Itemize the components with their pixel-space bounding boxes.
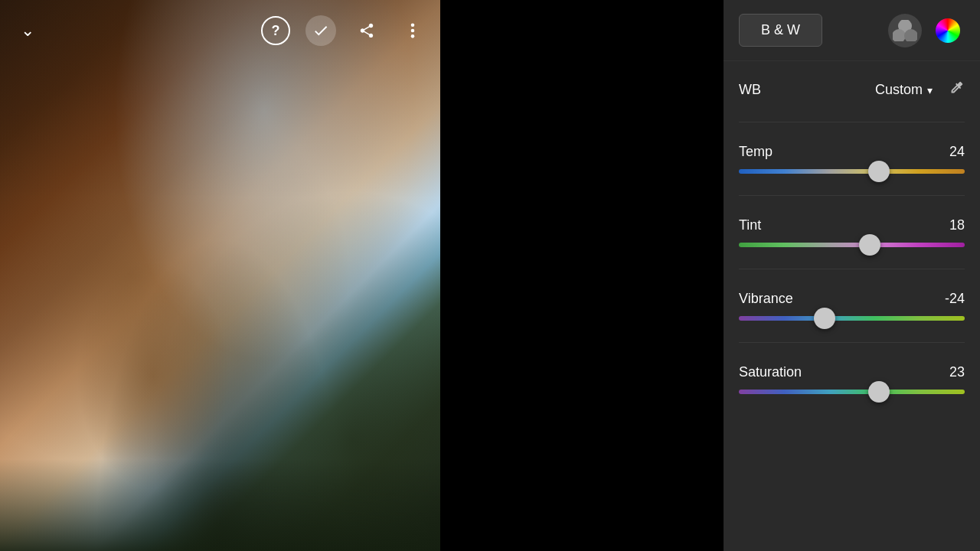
temp-slider-thumb[interactable] bbox=[868, 161, 890, 182]
color-wheel-button[interactable] bbox=[931, 14, 965, 47]
help-button[interactable]: ? bbox=[261, 16, 290, 45]
svg-point-2 bbox=[411, 34, 415, 38]
divider-1 bbox=[739, 122, 965, 122]
color-wheel-icon bbox=[936, 18, 960, 43]
vibrance-label: Vibrance bbox=[739, 291, 793, 307]
tint-section: Tint 18 bbox=[739, 217, 965, 247]
confirm-button[interactable] bbox=[305, 15, 336, 46]
tint-label: Tint bbox=[739, 217, 761, 233]
svg-point-0 bbox=[411, 23, 415, 27]
temp-label: Temp bbox=[739, 144, 773, 160]
controls-panel: B & W WB Custom ▾ bbox=[724, 0, 980, 551]
photo-background: ⌄ ? bbox=[0, 0, 440, 551]
vibrance-section: Vibrance -24 bbox=[739, 291, 965, 321]
vibrance-header: Vibrance -24 bbox=[739, 291, 965, 307]
temp-value: 24 bbox=[949, 144, 965, 160]
share-button[interactable] bbox=[351, 15, 382, 46]
svg-point-1 bbox=[411, 29, 415, 33]
tint-slider-thumb[interactable] bbox=[859, 234, 880, 256]
saturation-section: Saturation 23 bbox=[739, 364, 965, 394]
back-chevron-button[interactable]: ⌄ bbox=[12, 15, 43, 46]
tint-slider-track[interactable] bbox=[739, 243, 965, 247]
tint-header: Tint 18 bbox=[739, 217, 965, 233]
chevron-down-icon: ▾ bbox=[927, 84, 933, 96]
bw-button[interactable]: B & W bbox=[739, 14, 822, 47]
hsl-circles-button[interactable] bbox=[888, 14, 922, 47]
temp-section: Temp 24 bbox=[739, 144, 965, 174]
photo-image bbox=[0, 0, 440, 551]
eyedropper-button[interactable] bbox=[948, 80, 965, 100]
tint-value: 18 bbox=[949, 217, 965, 233]
vibrance-slider-thumb[interactable] bbox=[814, 308, 835, 329]
wb-dropdown[interactable]: Custom ▾ bbox=[875, 82, 933, 98]
checkmark-icon bbox=[312, 22, 329, 39]
controls-header: B & W bbox=[724, 0, 980, 61]
controls-body: WB Custom ▾ Temp 24 bbox=[724, 61, 980, 551]
toolbar: ⌄ ? bbox=[0, 15, 440, 46]
vibrance-value: -24 bbox=[945, 291, 965, 307]
divider-3 bbox=[739, 269, 965, 269]
circles-icon bbox=[893, 20, 917, 41]
eyedropper-icon bbox=[948, 80, 965, 96]
temp-slider-track[interactable] bbox=[739, 169, 965, 174]
temp-header: Temp 24 bbox=[739, 144, 965, 160]
saturation-slider-track[interactable] bbox=[739, 390, 965, 394]
more-options-button[interactable] bbox=[397, 15, 428, 46]
divider-2 bbox=[739, 195, 965, 196]
divider-4 bbox=[739, 342, 965, 343]
question-icon: ? bbox=[272, 23, 280, 39]
saturation-value: 23 bbox=[949, 364, 965, 380]
more-dots-icon bbox=[410, 22, 415, 39]
saturation-label: Saturation bbox=[739, 364, 802, 380]
saturation-header: Saturation 23 bbox=[739, 364, 965, 380]
wb-dropdown-text: Custom bbox=[875, 82, 923, 98]
wb-label: WB bbox=[739, 82, 785, 98]
saturation-slider-thumb[interactable] bbox=[868, 381, 890, 403]
share-icon bbox=[358, 22, 375, 39]
black-separator bbox=[582, 0, 724, 551]
photo-panel: ⌄ ? bbox=[0, 0, 582, 551]
vibrance-slider-track[interactable] bbox=[739, 316, 965, 321]
wb-row: WB Custom ▾ bbox=[739, 80, 965, 100]
